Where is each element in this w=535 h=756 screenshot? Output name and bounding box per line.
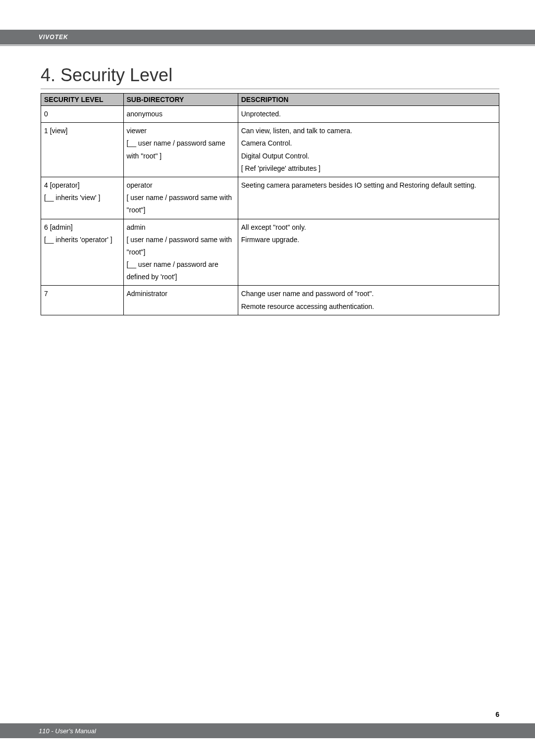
table-header-row: SECURITY LEVEL SUB-DIRECTORY DESCRIPTION xyxy=(41,94,499,106)
cell-level: 0 xyxy=(41,106,124,123)
cell-desc: Can view, listen, and talk to camera.Cam… xyxy=(238,123,499,177)
cell-subdir: viewer[__ user name / password same with… xyxy=(123,123,238,177)
cell-subdir: admin[ user name / password same with "r… xyxy=(123,219,238,286)
cell-desc: Seeting camera parameters besides IO set… xyxy=(238,177,499,219)
cell-subdir: operator[ user name / password same with… xyxy=(123,177,238,219)
header-description: DESCRIPTION xyxy=(238,94,499,106)
footer-area: 6 110 - User's Manual xyxy=(0,710,535,738)
cell-desc: Unprotected. xyxy=(238,106,499,123)
header-bar: VIVOTEK xyxy=(0,30,535,45)
cell-desc: Change user name and password of "root".… xyxy=(238,286,499,315)
header-security-level: SECURITY LEVEL xyxy=(41,94,124,106)
content-area: 4. Security Level SECURITY LEVEL SUB-DIR… xyxy=(0,46,535,315)
cell-level: 6 [admin][__ inherits 'operator' ] xyxy=(41,219,124,286)
page-number: 6 xyxy=(0,710,535,718)
footer-bar: 110 - User's Manual xyxy=(0,723,535,738)
table-row: 7 Administrator Change user name and pas… xyxy=(41,286,499,315)
table-row: 4 [operator][__ inherits 'view' ] operat… xyxy=(41,177,499,219)
brand-text: VIVOTEK xyxy=(39,34,68,41)
cell-level: 4 [operator][__ inherits 'view' ] xyxy=(41,177,124,219)
footer-text: 110 - User's Manual xyxy=(39,727,96,735)
cell-desc: All except "root" only.Firmware upgrade. xyxy=(238,219,499,286)
cell-subdir: anonymous xyxy=(123,106,238,123)
section-title: 4. Security Level xyxy=(41,65,499,89)
security-level-table: SECURITY LEVEL SUB-DIRECTORY DESCRIPTION… xyxy=(41,93,499,315)
cell-subdir: Administrator xyxy=(123,286,238,315)
cell-level: 7 xyxy=(41,286,124,315)
table-row: 6 [admin][__ inherits 'operator' ] admin… xyxy=(41,219,499,286)
table-row: 1 [view] viewer[__ user name / password … xyxy=(41,123,499,177)
header-sub-directory: SUB-DIRECTORY xyxy=(123,94,238,106)
cell-level: 1 [view] xyxy=(41,123,124,177)
table-row: 0 anonymous Unprotected. xyxy=(41,106,499,123)
